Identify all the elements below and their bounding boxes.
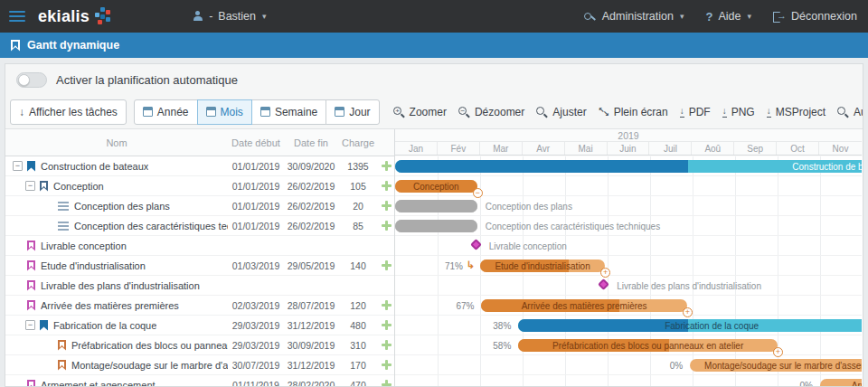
toolbar-button-month[interactable]: Mois (197, 99, 252, 125)
toolbar-button-label: Ajuster (552, 106, 586, 118)
menu-icon[interactable] (0, 0, 34, 33)
question-icon: ? (706, 10, 713, 24)
progress-percent: 58% (493, 341, 511, 351)
task-name: Fabrication de la coque (53, 320, 156, 331)
toolbar-button-zoom-out[interactable]: −Dézoomer (453, 99, 530, 125)
top-bar: ekialis - Bastien ▾ Administration▾?Aide… (0, 0, 868, 33)
toolbar-button-png[interactable]: ↓PNG (717, 99, 760, 125)
node-toggle-button[interactable]: + (773, 347, 783, 357)
add-task-button[interactable] (382, 360, 392, 370)
brand-logo[interactable]: ekialis (38, 7, 112, 26)
toolbar-button-msproject[interactable]: ↓MSProject (761, 99, 831, 125)
toolbar-button-pdf[interactable]: ↓PDF (675, 99, 716, 125)
add-task-button[interactable] (382, 161, 392, 171)
table-row[interactable]: Livrable des plans d'industrialisation (5, 276, 394, 296)
bar-label: Préfabrication des blocs ou panneaux en … (552, 341, 743, 351)
toolbar-button-label: Afficher les tâches (29, 106, 118, 118)
key-icon (584, 11, 597, 23)
add-task-button[interactable] (382, 201, 392, 211)
table-row[interactable]: −Conception01/01/201926/02/2019105 (5, 176, 394, 196)
charge-cell: 140 (338, 260, 378, 271)
table-row[interactable]: Arrivée des matières premières02/03/2019… (5, 296, 394, 316)
charge-cell: 120 (338, 300, 378, 311)
toolbar-button-show-tasks[interactable]: ↓Afficher les tâches (10, 99, 127, 125)
task-name: Conception (53, 181, 104, 192)
node-toggle-button[interactable]: + (683, 307, 693, 317)
bar-label: Etude d'industrialisation (495, 261, 590, 271)
menu-administration[interactable]: Administration▾ (584, 10, 684, 23)
add-task-button[interactable] (382, 300, 392, 310)
progress-percent: 38% (493, 321, 511, 331)
table-row[interactable]: Etude d'industrialisation01/03/201929/05… (5, 256, 394, 276)
menu-deconnexion[interactable]: Déconnexion (773, 10, 857, 23)
progress-percent: 71% (445, 261, 463, 271)
toolbar-button-day[interactable]: Jour (326, 99, 379, 125)
date-start-cell: 01/01/2019 (228, 201, 284, 212)
task-list-icon (58, 222, 69, 231)
table-row[interactable]: −Construction de bateaux01/01/201930/09/… (5, 156, 394, 176)
milestone-label: Livrable conception (489, 241, 567, 251)
task-name: Conception des plans (74, 201, 170, 212)
row-separator (395, 215, 862, 216)
toolbar-button-fit[interactable]: Ajuster (531, 99, 591, 125)
table-row[interactable]: Préfabrication des blocs ou panneaux en … (5, 335, 394, 355)
toolbar-button-label: Semaine (275, 106, 317, 118)
toolbar-button-label: Aujourd'hui (854, 106, 863, 118)
menu-item-label: Administration (602, 10, 674, 23)
gantt-bar-progress (518, 319, 688, 332)
toolbar-button-year[interactable]: Année (134, 99, 198, 125)
table-row[interactable]: Conception des plans01/01/201926/02/2019… (5, 196, 394, 216)
user-icon (192, 11, 203, 22)
toolbar-button-label: Année (157, 106, 189, 118)
row-separator (395, 315, 862, 316)
collapse-expander[interactable]: − (25, 320, 35, 330)
row-separator (395, 235, 862, 236)
row-separator (395, 195, 862, 196)
task-name-cell: −Construction de bateaux (5, 161, 228, 172)
add-task-button[interactable] (382, 340, 392, 350)
table-row[interactable]: Conception des caractéristiques techniqu… (5, 216, 394, 236)
menu-item-label: Aide (718, 10, 741, 23)
month-header-cell: Jan (395, 142, 438, 155)
bookmark-icon (27, 300, 35, 311)
caret-down-icon: ▾ (262, 12, 267, 21)
toolbar-button-week[interactable]: Semaine (251, 99, 326, 125)
date-end-cell: 26/02/2019 (284, 221, 338, 231)
toolbar-button-zoom-in[interactable]: +Zoomer (388, 99, 452, 125)
toolbar-button-fullscreen[interactable]: ↖↘Plein écran (593, 99, 674, 125)
table-row[interactable]: Montage/soudage sur le marbre d'assembla… (5, 355, 394, 375)
gantt-toolbar: ↓Afficher les tâchesAnnéeMoisSemaineJour… (5, 95, 863, 129)
month-header-cell: Juin (608, 142, 650, 155)
date-end-cell: 31/12/2019 (284, 360, 338, 371)
collapse-expander[interactable]: − (13, 161, 23, 171)
table-row[interactable]: Armement et agencement01/11/201928/02/20… (5, 375, 394, 387)
grid-body: −Construction de bateaux01/01/201930/09/… (5, 156, 863, 386)
node-toggle-button[interactable]: − (473, 188, 483, 198)
table-row[interactable]: −Fabrication de la coque29/03/201931/12/… (5, 316, 394, 335)
add-task-button[interactable] (382, 380, 392, 387)
grid-header: NomDate débutDate finCharge 2019 JanFévM… (5, 129, 863, 156)
table-header: NomDate débutDate finCharge (5, 129, 394, 156)
toolbar-button-today[interactable]: Aujourd'hui (832, 99, 863, 125)
gantt-bar[interactable] (395, 220, 477, 232)
add-task-button[interactable] (382, 320, 392, 330)
collapse-expander[interactable]: − (25, 181, 35, 191)
menu-aide[interactable]: ?Aide▾ (706, 10, 752, 24)
user-menu[interactable]: - Bastien ▾ (192, 10, 266, 23)
charge-cell: 1395 (338, 161, 378, 172)
node-toggle-button[interactable]: + (600, 268, 610, 278)
auto-planning-toggle[interactable] (16, 72, 47, 88)
toolbar-button-label: Jour (349, 106, 370, 118)
chart-header: 2019 JanFévMarAvrMaiJuinJuilAoûSepOctNov (394, 129, 862, 156)
add-task-button[interactable] (382, 181, 392, 191)
add-task-button[interactable] (382, 260, 392, 270)
gantt-bar[interactable] (395, 200, 477, 212)
year-label: 2019 (395, 129, 862, 142)
task-name-cell: −Fabrication de la coque (5, 320, 228, 331)
add-task-button[interactable] (382, 221, 392, 231)
download-icon: ↓ (767, 107, 771, 118)
bar-label: Conception des caractéristiques techniqu… (486, 222, 660, 231)
download-icon: ↓ (722, 107, 727, 118)
toolbar-button-label: Mois (221, 106, 243, 118)
table-row[interactable]: Livrable conception (5, 236, 394, 256)
